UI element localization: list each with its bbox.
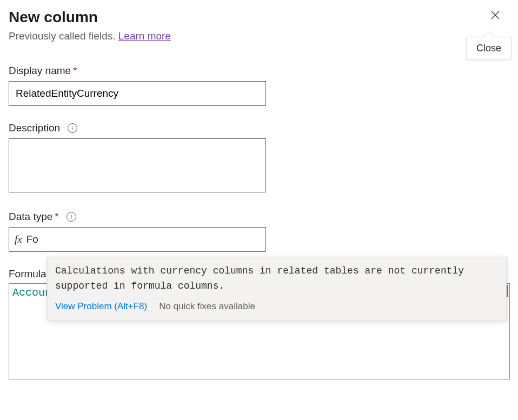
no-fixes-text: No quick fixes available	[159, 299, 255, 314]
error-popup: Calculations with currency columns in re…	[47, 257, 507, 321]
data-type-select[interactable]: fx Fo	[9, 227, 266, 252]
description-group: Description i	[9, 122, 509, 195]
view-problem-link[interactable]: View Problem (Alt+F8)	[55, 299, 147, 314]
formula-label: Formula	[9, 268, 47, 280]
subtitle-text: Previously called fields.	[9, 30, 118, 42]
close-tooltip: Close	[466, 37, 512, 60]
page-subtitle: Previously called fields. Learn more	[9, 30, 171, 42]
display-name-group: Display name*	[9, 65, 509, 106]
data-type-value: Fo	[26, 234, 38, 245]
info-icon[interactable]: i	[68, 123, 77, 133]
data-type-group: Data type* i fx Fo	[9, 211, 509, 252]
display-name-input[interactable]	[9, 81, 266, 106]
page-title: New column	[9, 9, 171, 26]
close-icon	[490, 10, 501, 21]
learn-more-link[interactable]: Learn more	[118, 30, 171, 42]
close-button[interactable]	[488, 8, 503, 23]
data-type-label: Data type*	[9, 211, 59, 223]
description-input[interactable]	[9, 138, 266, 192]
info-icon[interactable]: i	[67, 212, 76, 222]
fx-icon: fx	[15, 234, 22, 245]
required-indicator: *	[73, 65, 77, 76]
required-indicator: *	[55, 211, 58, 222]
error-message: Calculations with currency columns in re…	[55, 264, 499, 294]
display-name-label: Display name*	[9, 65, 77, 77]
description-label: Description	[9, 122, 60, 134]
